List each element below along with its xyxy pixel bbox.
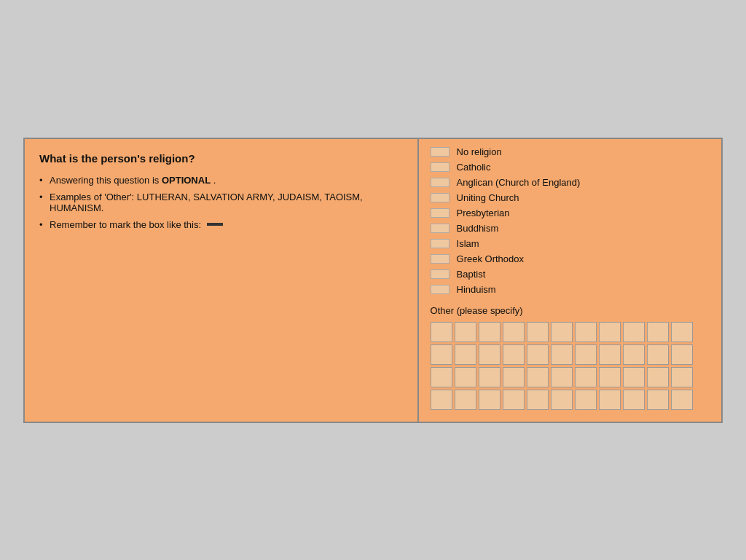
grid-cell[interactable] <box>623 390 645 410</box>
instructions-list: Answering this question is OPTIONAL . Ex… <box>39 175 403 230</box>
instruction-text-2: Examples of 'Other': LUTHERAN, SALVATION… <box>50 192 363 213</box>
grid-cell[interactable] <box>575 367 597 387</box>
checkbox-no-religion[interactable] <box>431 147 449 157</box>
checkbox-uniting[interactable] <box>431 193 449 202</box>
grid-cell[interactable] <box>623 367 645 387</box>
grid-cell[interactable] <box>455 367 476 387</box>
religion-item-presbyterian[interactable]: Presbyterian <box>431 208 710 218</box>
religion-label-catholic: Catholic <box>457 162 491 173</box>
checkbox-buddhism[interactable] <box>431 224 449 233</box>
religion-item-catholic[interactable]: Catholic <box>431 162 710 173</box>
religion-item-greek-orthodox[interactable]: Greek Orthodox <box>431 253 710 264</box>
grid-cell[interactable] <box>647 390 669 410</box>
religion-label-anglican: Anglican (Church of England) <box>457 177 581 188</box>
grid-cell[interactable] <box>431 390 452 410</box>
religion-label-hinduism: Hinduism <box>457 284 496 295</box>
religion-label-baptist: Baptist <box>457 269 486 280</box>
text-entry-grid <box>431 322 710 410</box>
grid-cell[interactable] <box>527 322 549 342</box>
grid-cell[interactable] <box>623 322 645 342</box>
instruction-text-1b: . <box>213 175 216 186</box>
other-label: Other (please specify) <box>431 305 710 316</box>
instruction-item-1: Answering this question is OPTIONAL . <box>39 175 403 186</box>
grid-cell[interactable] <box>575 344 597 365</box>
grid-cell[interactable] <box>503 322 525 342</box>
religion-label-presbyterian: Presbyterian <box>457 208 510 218</box>
checkbox-baptist[interactable] <box>431 269 449 279</box>
checkbox-islam[interactable] <box>431 239 449 248</box>
grid-cell[interactable] <box>503 390 525 410</box>
checkbox-hinduism[interactable] <box>431 285 449 294</box>
religion-label-greek-orthodox: Greek Orthodox <box>457 253 525 264</box>
grid-cell[interactable] <box>455 344 476 365</box>
checkbox-anglican[interactable] <box>431 178 449 187</box>
grid-cell[interactable] <box>431 322 452 342</box>
religion-item-anglican[interactable]: Anglican (Church of England) <box>431 177 710 188</box>
instruction-item-3: Remember to mark the box like this: <box>39 219 403 230</box>
grid-cell[interactable] <box>623 344 645 365</box>
instruction-text-1a: Answering this question is <box>50 175 162 186</box>
grid-cell[interactable] <box>431 367 452 387</box>
religion-item-no-religion[interactable]: No religion <box>431 146 710 157</box>
religion-item-uniting[interactable]: Uniting Church <box>431 192 710 203</box>
grid-cell[interactable] <box>551 322 573 342</box>
instruction-item-2: Examples of 'Other': LUTHERAN, SALVATION… <box>39 192 403 213</box>
question-title: What is the person's religion? <box>39 152 403 165</box>
grid-cell[interactable] <box>479 344 500 365</box>
right-panel: No religion Catholic Anglican (Church of… <box>419 139 721 422</box>
grid-cell[interactable] <box>527 344 549 365</box>
grid-cell[interactable] <box>599 390 621 410</box>
grid-cell[interactable] <box>647 367 669 387</box>
checkbox-catholic[interactable] <box>431 162 449 172</box>
grid-cell[interactable] <box>479 322 500 342</box>
grid-cell[interactable] <box>575 322 597 342</box>
religion-item-islam[interactable]: Islam <box>431 238 710 249</box>
grid-cell[interactable] <box>479 390 500 410</box>
religion-list: No religion Catholic Anglican (Church of… <box>431 146 710 295</box>
form-container: What is the person's religion? Answering… <box>23 138 723 423</box>
religion-item-hinduism[interactable]: Hinduism <box>431 284 710 295</box>
mark-example <box>207 223 223 226</box>
grid-cell[interactable] <box>455 322 476 342</box>
grid-cell[interactable] <box>599 344 621 365</box>
religion-item-buddhism[interactable]: Buddhism <box>431 223 710 234</box>
checkbox-greek-orthodox[interactable] <box>431 254 449 264</box>
grid-cell[interactable] <box>599 322 621 342</box>
grid-cell[interactable] <box>551 367 573 387</box>
grid-cell[interactable] <box>575 390 597 410</box>
religion-label-uniting: Uniting Church <box>457 192 519 203</box>
grid-cell[interactable] <box>503 344 525 365</box>
grid-row-3 <box>431 367 710 387</box>
grid-cell[interactable] <box>647 322 669 342</box>
religion-label-islam: Islam <box>457 238 479 249</box>
grid-cell[interactable] <box>527 367 549 387</box>
grid-cell[interactable] <box>647 344 669 365</box>
grid-cell[interactable] <box>599 367 621 387</box>
grid-cell[interactable] <box>503 367 525 387</box>
religion-label-no-religion: No religion <box>457 146 502 157</box>
checkbox-presbyterian[interactable] <box>431 208 449 218</box>
grid-row-4 <box>431 390 710 410</box>
religion-item-baptist[interactable]: Baptist <box>431 269 710 280</box>
religion-label-buddhism: Buddhism <box>457 223 499 234</box>
grid-cell[interactable] <box>671 367 693 387</box>
grid-cell[interactable] <box>671 322 693 342</box>
grid-row-1 <box>431 322 710 342</box>
grid-cell[interactable] <box>455 390 476 410</box>
grid-cell[interactable] <box>551 344 573 365</box>
grid-cell[interactable] <box>671 390 693 410</box>
grid-cell[interactable] <box>479 367 500 387</box>
grid-cell[interactable] <box>671 344 693 365</box>
instruction-text-3: Remember to mark the box like this: <box>50 219 204 230</box>
grid-cell[interactable] <box>551 390 573 410</box>
grid-row-2 <box>431 344 710 365</box>
left-panel: What is the person's religion? Answering… <box>25 139 419 422</box>
instruction-bold-1: OPTIONAL <box>162 175 211 186</box>
grid-cell[interactable] <box>527 390 549 410</box>
grid-cell[interactable] <box>431 344 452 365</box>
